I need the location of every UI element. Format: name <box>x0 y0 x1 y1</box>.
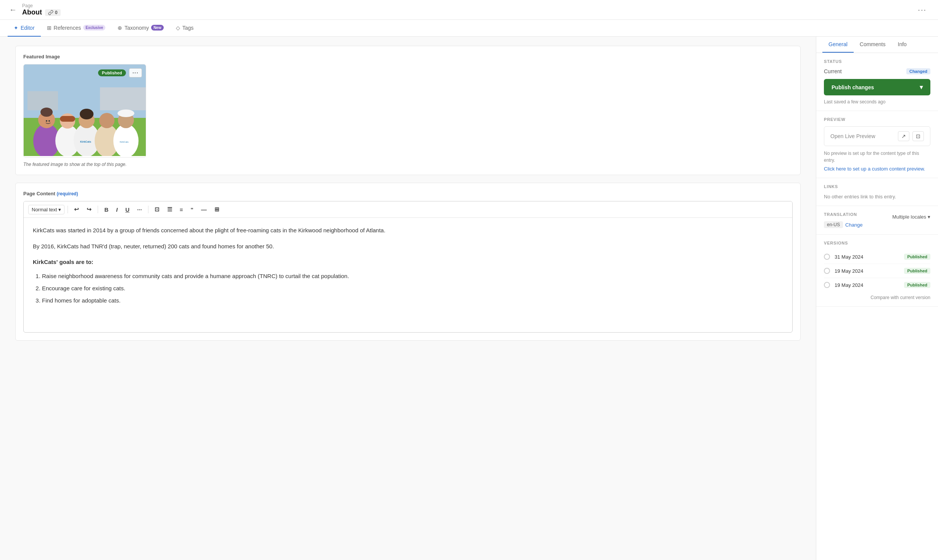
page-breadcrumb: Page <box>22 3 61 8</box>
setup-preview-link[interactable]: Click here to set up a custom content pr… <box>824 166 930 172</box>
content-heading: KirkCats' goals are to: <box>33 257 783 267</box>
page-info: Page About 0 <box>22 3 61 16</box>
undo-button[interactable]: ↩ <box>71 204 82 214</box>
link-badge[interactable]: 0 <box>45 9 61 16</box>
link-count: 0 <box>55 10 58 15</box>
sidebar-tab-general[interactable]: General <box>822 37 854 53</box>
svg-point-14 <box>99 113 114 128</box>
image-wrapper: Published ··· <box>23 64 146 158</box>
version-list: 31 May 2024 Published 19 May 2024 Publis… <box>824 250 930 292</box>
references-badge: Exclusive <box>83 25 105 31</box>
required-indicator: (required) <box>56 191 78 196</box>
sidebar-tab-comments[interactable]: Comments <box>854 37 892 53</box>
preview-section-title: PREVIEW <box>824 117 930 122</box>
version-date-1: 31 May 2024 <box>835 254 899 260</box>
sidebar-tabs: General Comments Info <box>816 37 938 53</box>
table-button[interactable]: ⊞ <box>211 204 222 214</box>
more-formatting-button[interactable]: ··· <box>134 205 145 214</box>
redo-button[interactable]: ↪ <box>84 204 95 214</box>
back-button[interactable]: ← <box>8 4 18 16</box>
version-radio-3[interactable] <box>824 282 830 288</box>
svg-point-15 <box>113 124 139 156</box>
list-item-3: Find homes for adoptable cats. <box>42 296 783 305</box>
editor-content-area[interactable]: KirkCats was started in 2014 by a group … <box>24 218 792 332</box>
bullet-list-button[interactable]: ☰ <box>164 204 175 214</box>
top-bar-left: ← Page About 0 <box>8 3 914 16</box>
page-content-section: Page Content (required) Normal text ▾ ↩ … <box>15 183 801 341</box>
preview-label: Open Live Preview <box>830 133 875 139</box>
list-item-1: Raise neighborhood awareness for communi… <box>42 272 783 281</box>
tab-tags[interactable]: ◇ Tags <box>170 20 200 37</box>
changed-badge: Changed <box>906 68 930 74</box>
preview-note: No preview is set up for the content typ… <box>824 150 930 164</box>
image-status-bar: Published ··· <box>98 68 142 77</box>
blockquote-button[interactable]: " <box>188 205 197 214</box>
main-layout: Featured Image Published ··· <box>0 37 938 560</box>
svg-text:KirkCats: KirkCats <box>80 140 91 143</box>
underline-button[interactable]: U <box>122 205 132 214</box>
version-badge-1: Published <box>904 254 930 260</box>
tab-tags-label: Tags <box>182 25 194 31</box>
versions-section: VERSIONS 31 May 2024 Published 19 May 20… <box>816 235 938 307</box>
version-badge-2: Published <box>904 268 930 274</box>
open-preview-button[interactable]: ↗ <box>898 131 909 141</box>
version-item-1: 31 May 2024 Published <box>824 250 930 264</box>
image-caption: The featured image to show at the top of… <box>23 162 793 167</box>
svg-point-17 <box>118 109 134 117</box>
content-area: Featured Image Published ··· <box>0 37 816 560</box>
more-options-button[interactable]: ··· <box>914 4 930 16</box>
taxonomy-badge: New <box>151 25 164 31</box>
current-label: Current <box>824 68 842 74</box>
editor-icon: ✦ <box>14 25 18 31</box>
preview-section: PREVIEW Open Live Preview ↗ ⊡ No preview… <box>816 111 938 178</box>
translation-row: TRANSLATION Multiple locales ▾ <box>824 212 930 221</box>
link-button[interactable]: ⊡ <box>151 204 163 214</box>
svg-rect-3 <box>27 91 58 110</box>
locale-select: en-US Change <box>824 221 930 228</box>
publish-button[interactable]: Publish changes ▾ <box>824 79 930 95</box>
copy-preview-button[interactable]: ⊡ <box>912 131 924 141</box>
tab-references-label: References <box>54 25 81 31</box>
page-content-label: Page Content (required) <box>23 191 793 196</box>
multiple-locales-select[interactable]: Multiple locales ▾ <box>892 214 930 220</box>
svg-point-20 <box>46 120 47 122</box>
svg-point-12 <box>80 109 93 119</box>
svg-text:KirkCats: KirkCats <box>120 141 129 143</box>
tags-icon: ◇ <box>176 25 180 31</box>
change-locale-link[interactable]: Change <box>845 222 863 228</box>
compare-link[interactable]: Compare with current version <box>824 295 930 300</box>
publish-chevron-icon: ▾ <box>920 84 923 91</box>
tab-editor-label: Editor <box>21 25 35 31</box>
tab-editor[interactable]: ✦ Editor <box>8 20 41 37</box>
svg-rect-9 <box>60 116 75 122</box>
status-row: Current Changed <box>824 68 930 74</box>
toolbar-separator-1 <box>68 206 68 213</box>
paragraph-2: By 2016, KirkCats had TNR'd (trap, neute… <box>33 241 783 251</box>
rich-text-editor: Normal text ▾ ↩ ↪ B I U ··· ⊡ ☰ ≡ " <box>23 201 793 333</box>
tab-taxonomy[interactable]: ⊕ Taxonomy New <box>111 20 169 37</box>
page-title-row: About 0 <box>22 8 61 16</box>
bold-button[interactable]: B <box>101 205 111 214</box>
translation-section-title: TRANSLATION <box>824 212 857 217</box>
page-title-text: About <box>22 8 42 16</box>
tab-taxonomy-label: Taxonomy <box>124 25 149 31</box>
italic-button[interactable]: I <box>113 205 121 214</box>
version-radio-2[interactable] <box>824 268 830 274</box>
tabs-bar: ✦ Editor ⊞ References Exclusive ⊕ Taxono… <box>0 20 938 37</box>
version-radio-1[interactable] <box>824 254 830 260</box>
svg-point-6 <box>40 108 53 117</box>
publish-btn-label: Publish changes <box>832 84 874 90</box>
image-more-button[interactable]: ··· <box>129 68 142 77</box>
hr-button[interactable]: — <box>198 205 210 214</box>
text-style-select[interactable]: Normal text ▾ <box>28 205 64 214</box>
references-icon: ⊞ <box>47 25 52 31</box>
goals-list: Raise neighborhood awareness for communi… <box>33 272 783 305</box>
links-section-title: LINKS <box>824 184 930 189</box>
locales-chevron-icon: ▾ <box>928 214 930 220</box>
ordered-list-button[interactable]: ≡ <box>177 205 186 214</box>
version-badge-3: Published <box>904 282 930 288</box>
sidebar-tab-info[interactable]: Info <box>892 37 913 53</box>
tab-references[interactable]: ⊞ References Exclusive <box>41 20 112 37</box>
status-section: STATUS Current Changed Publish changes ▾… <box>816 53 938 111</box>
preview-box: Open Live Preview ↗ ⊡ <box>824 126 930 146</box>
